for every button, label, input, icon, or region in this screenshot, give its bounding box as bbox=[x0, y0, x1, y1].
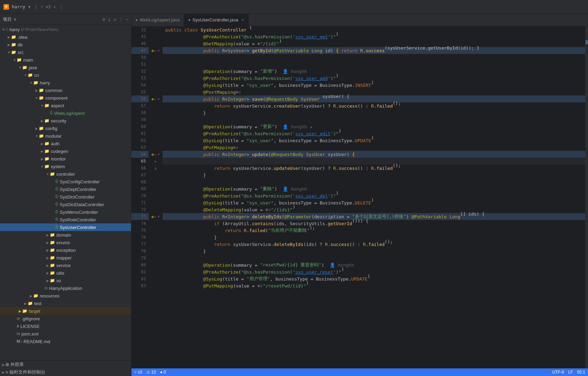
status-branch[interactable]: ⑂ v3 bbox=[134, 370, 142, 375]
status-warnings[interactable]: ⚠ 10 bbox=[146, 370, 156, 375]
tree-item-weblogaspect[interactable]: © WebLogAspect bbox=[0, 109, 131, 117]
tab-weblogaspect[interactable]: ● WebLogAspect.java bbox=[131, 14, 184, 26]
status-line-separator[interactable]: LF bbox=[568, 370, 573, 375]
tree-item-monitor[interactable]: ▶ 📁 monitor bbox=[0, 155, 131, 163]
tree-item-readme[interactable]: M↓ README.md bbox=[0, 338, 131, 345]
code-line-59 bbox=[163, 116, 585, 123]
tree-item-sysdeptcontroller[interactable]: © SysDeptController bbox=[0, 185, 131, 193]
version-label: ⑂ v3 bbox=[41, 4, 51, 9]
collapse-icon[interactable]: − bbox=[126, 17, 128, 22]
arrow-monitor: ▶ bbox=[40, 157, 44, 161]
tree-item-enums[interactable]: ▶ 📁 enums bbox=[0, 239, 131, 246]
gutter-icon-debug-73[interactable]: ⚡ bbox=[157, 214, 160, 219]
gutter-icon-run-73[interactable]: ▶ bbox=[155, 214, 157, 219]
tree-item-harry-root[interactable]: ▼ □ harry D:\ProjectSpace\harry bbox=[0, 26, 131, 33]
gutter-47: ● ▶ ⚡ bbox=[149, 47, 163, 54]
linenum-61: 61 bbox=[131, 130, 149, 137]
status-position[interactable]: 65:1 bbox=[577, 370, 585, 375]
tree-item-utils[interactable]: ▶ 📁 utils bbox=[0, 269, 131, 277]
tree-item-sysdictcontroller[interactable]: © SysDictController bbox=[0, 193, 131, 201]
tree-item-codegen[interactable]: ▶ 📁 codegen bbox=[0, 147, 131, 155]
close-sidebar-icon[interactable]: ✕ bbox=[113, 17, 116, 22]
tree-item-harry-pkg[interactable]: ▼ 📁 harry bbox=[0, 79, 131, 86]
tree-item-system[interactable]: ▼ 📁 system bbox=[0, 163, 131, 170]
tree-item-pomxml[interactable]: m pom.xml bbox=[0, 330, 131, 338]
scroll-indicator[interactable] bbox=[585, 26, 588, 368]
tree-item-java[interactable]: ▼ 📁 java bbox=[0, 64, 131, 71]
gutter-57 bbox=[149, 102, 163, 109]
gutter-icon-debug-47[interactable]: ⚡ bbox=[157, 48, 160, 53]
tab-sysusercontroller[interactable]: ● SysUserController.java ✕ bbox=[184, 14, 248, 26]
icon-controller: 📁 bbox=[50, 172, 55, 176]
arrow-java: ▼ bbox=[18, 66, 22, 70]
more-icon[interactable]: ⋮ bbox=[119, 17, 123, 22]
tree-item-sysdictdatacontroller[interactable]: © SysDictDataController bbox=[0, 201, 131, 208]
tree-item-harryapp[interactable]: ⊙ HarryApplication bbox=[0, 284, 131, 292]
code-line-80: @Operation(summary = "resetPwd/{id} 重置密码… bbox=[163, 262, 585, 268]
gutter-icon-git-64[interactable]: ● bbox=[151, 152, 154, 157]
tree-item-modular[interactable]: ▼ 📁 modular bbox=[0, 132, 131, 140]
scratch-item[interactable]: ▶ ≡ 临时文件和控制台 bbox=[0, 368, 131, 376]
tab-close-sysusercontroller[interactable]: ✕ bbox=[241, 18, 244, 22]
icon-sysdictcontroller: © bbox=[55, 194, 58, 199]
external-libs-item[interactable]: ▶ ⊞ 外部库 bbox=[0, 361, 131, 368]
gutter-icon-git-73[interactable]: ● bbox=[151, 214, 154, 219]
app-logo: H bbox=[3, 4, 9, 10]
gutter-icon-warn-66: ⚠ bbox=[155, 166, 157, 171]
status-bar: ⑂ v3 ⚠ 10 ● 0 UTF-8 LF 65:1 bbox=[131, 368, 588, 376]
tree-item-common[interactable]: ▶ 📁 common bbox=[0, 86, 131, 94]
tree-item-src[interactable]: ▼ 📁 src bbox=[0, 48, 131, 56]
tree-item-vo[interactable]: ▶ 📁 vo bbox=[0, 277, 131, 284]
tree-item-resources[interactable]: ▶ 📁 resources bbox=[0, 292, 131, 300]
tree-item-aspect[interactable]: ▼ 📁 aspect bbox=[0, 102, 131, 109]
tree-item-mapper[interactable]: ▶ 📁 mapper bbox=[0, 254, 131, 262]
add-icon[interactable]: ⊕ bbox=[102, 17, 105, 22]
tree-item-idea[interactable]: ▶ 📁 .idea bbox=[0, 33, 131, 41]
gutter-icon-debug-56[interactable]: ⚡ bbox=[157, 97, 160, 101]
tree-item-test[interactable]: ▶ 📁 test bbox=[0, 300, 131, 307]
code-line-51 bbox=[163, 61, 585, 68]
tree-item-config[interactable]: ▶ 📁 config bbox=[0, 125, 131, 132]
editor-area: ● WebLogAspect.java ● SysUserController.… bbox=[131, 14, 588, 376]
gutter-59 bbox=[149, 116, 163, 123]
code-content[interactable]: public class SysUserController { @PreAut… bbox=[163, 26, 585, 368]
tree-item-sysconfigcontroller[interactable]: © SysConfigController bbox=[0, 178, 131, 185]
tree-item-sysmenucontroller[interactable]: © SysMenuController bbox=[0, 208, 131, 216]
tree-item-sysusercontroller[interactable]: © SysUserController bbox=[0, 223, 131, 231]
tree-item-component[interactable]: ▼ 📁 component bbox=[0, 94, 131, 102]
code-line-77: return sysUserService.deleteByIds(ids) ?… bbox=[163, 241, 585, 248]
tree-item-sysrolecontroller[interactable]: © SysRoleController bbox=[0, 216, 131, 223]
gutter-icon-git-47[interactable]: ● bbox=[151, 48, 154, 53]
linenum-52: 52 bbox=[131, 68, 149, 75]
gutter-icon-run-47[interactable]: ▶ bbox=[155, 48, 157, 53]
label-security: security bbox=[51, 118, 66, 123]
arrow-harry-pkg: ▼ bbox=[29, 81, 33, 85]
tree-item-cn[interactable]: ▼ 📁 cn bbox=[0, 71, 131, 79]
icon-security: 📁 bbox=[44, 118, 49, 123]
tree-item-gitignore[interactable]: ⊘ .gitignore bbox=[0, 315, 131, 322]
tree-item-domain[interactable]: ▶ 📁 domain bbox=[0, 231, 131, 239]
tree-item-license[interactable]: ≡ LICENSE bbox=[0, 322, 131, 330]
tree-item-controller[interactable]: ▼ 📁 controller bbox=[0, 170, 131, 178]
gutter-icon-debug-64[interactable]: ⚡ bbox=[157, 152, 160, 157]
tree-item-service[interactable]: ▶ 📁 service bbox=[0, 262, 131, 269]
label-sysdeptcontroller: SysDeptController bbox=[60, 187, 97, 192]
tree-item-main[interactable]: ▼ 📁 main bbox=[0, 56, 131, 64]
sync-icon[interactable]: ⤓ bbox=[107, 17, 111, 22]
gutter-icon-run-56[interactable]: ▶ bbox=[155, 97, 157, 101]
tree-item-exception[interactable]: ▶ 📁 exception bbox=[0, 246, 131, 254]
linenum-80: 80 bbox=[131, 262, 149, 268]
gutter-icon-run-64[interactable]: ▶ bbox=[155, 152, 157, 157]
arrow-vo: ▶ bbox=[46, 279, 50, 283]
tree-item-db[interactable]: ▶ 📁 db bbox=[0, 41, 131, 48]
icon-common: 📁 bbox=[39, 88, 44, 93]
label-utils: utils bbox=[56, 270, 64, 276]
tree-item-target[interactable]: ▶ 📁 target bbox=[0, 307, 131, 315]
tree-item-security[interactable]: ▶ 📁 security bbox=[0, 117, 131, 125]
tree-item-auth[interactable]: ▶ 📁 auth bbox=[0, 140, 131, 147]
status-encoding[interactable]: UTF-8 bbox=[552, 370, 564, 375]
code-line-66: return sysUserService.updateUser(sysUser… bbox=[163, 165, 585, 172]
gutter-icon-git-56[interactable]: ● bbox=[151, 97, 154, 101]
status-errors[interactable]: ● 0 bbox=[160, 370, 166, 375]
main-layout: 项目 ∨ ⊕ ⤓ ✕ ⋮ − ▼ □ harry D:\ProjectSpace… bbox=[0, 14, 588, 376]
